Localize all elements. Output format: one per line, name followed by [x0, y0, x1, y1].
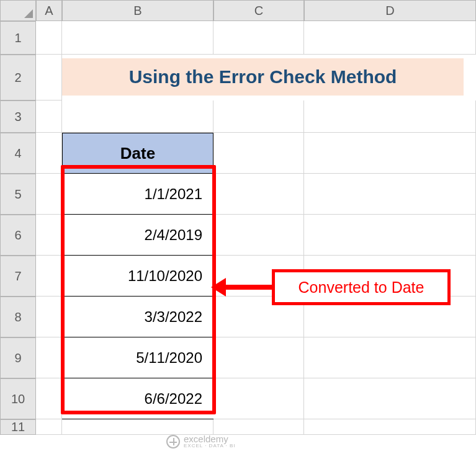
row-header-5[interactable]: 5 — [0, 174, 36, 215]
row-header-7[interactable]: 7 — [0, 256, 36, 297]
cell-a7[interactable] — [36, 256, 62, 297]
spreadsheet-grid: A B C D 1 2 3 4 5 6 7 8 9 10 11 Using th… — [0, 0, 476, 435]
cell-d4[interactable] — [304, 133, 476, 174]
cell-c1[interactable] — [213, 21, 304, 55]
row-header-2[interactable]: 2 — [0, 55, 36, 100]
cell-a1[interactable] — [36, 21, 62, 55]
cell-d1[interactable] — [304, 21, 476, 55]
watermark-brand: exceldemy — [184, 434, 236, 444]
col-header-d[interactable]: D — [304, 0, 476, 21]
cell-d6[interactable] — [304, 215, 476, 256]
cell-c9[interactable] — [213, 337, 304, 378]
cell-a11[interactable] — [36, 419, 62, 435]
watermark-logo-icon — [166, 435, 180, 448]
cell-c4[interactable] — [213, 133, 304, 174]
row-header-1[interactable]: 1 — [0, 21, 36, 55]
cell-b1[interactable] — [62, 21, 213, 55]
arrow-shaft — [218, 285, 272, 290]
cell-a3[interactable] — [36, 100, 62, 133]
cell-d3[interactable] — [304, 100, 476, 133]
callout-box: Converted to Date — [272, 269, 451, 305]
cell-c6[interactable] — [213, 215, 304, 256]
cell-a10[interactable] — [36, 378, 62, 419]
cell-c5[interactable] — [213, 174, 304, 215]
cell-b3[interactable] — [62, 100, 213, 133]
cell-a8[interactable] — [36, 297, 62, 337]
cell-d9[interactable] — [304, 337, 476, 378]
row-header-9[interactable]: 9 — [0, 337, 36, 378]
cell-c10[interactable] — [213, 378, 304, 419]
row-header-3[interactable]: 3 — [0, 100, 36, 133]
cell-b6[interactable]: 2/4/2019 — [62, 215, 213, 256]
cell-b2d2-merged[interactable]: Using the Error Check Method — [62, 55, 476, 100]
select-all-corner[interactable] — [0, 0, 36, 21]
cell-b5[interactable]: 1/1/2021 — [62, 174, 213, 215]
table-header-date[interactable]: Date — [62, 133, 213, 174]
cell-c3[interactable] — [213, 100, 304, 133]
page-title: Using the Error Check Method — [62, 58, 464, 96]
col-header-b[interactable]: B — [62, 0, 213, 21]
row-header-11[interactable]: 11 — [0, 419, 36, 435]
row-header-6[interactable]: 6 — [0, 215, 36, 256]
cell-b7[interactable]: 11/10/2020 — [62, 256, 213, 297]
watermark-tagline: EXCEL · DATA · BI — [184, 444, 236, 448]
cell-a5[interactable] — [36, 174, 62, 215]
cell-b9[interactable]: 5/11/2020 — [62, 337, 213, 378]
cell-d10[interactable] — [304, 378, 476, 419]
arrow-head-icon — [211, 278, 226, 297]
cell-b10[interactable]: 6/6/2022 — [62, 378, 213, 419]
col-header-a[interactable]: A — [36, 0, 62, 21]
row-header-8[interactable]: 8 — [0, 297, 36, 337]
row-header-10[interactable]: 10 — [0, 378, 36, 419]
row-header-4[interactable]: 4 — [0, 133, 36, 174]
col-header-c[interactable]: C — [213, 0, 304, 21]
cell-d11[interactable] — [304, 419, 476, 435]
cell-d5[interactable] — [304, 174, 476, 215]
cell-c11[interactable] — [213, 419, 304, 435]
cell-b8[interactable]: 3/3/2022 — [62, 297, 213, 337]
watermark: exceldemy EXCEL · DATA · BI — [166, 434, 236, 448]
cell-a6[interactable] — [36, 215, 62, 256]
cell-a9[interactable] — [36, 337, 62, 378]
cell-a4[interactable] — [36, 133, 62, 174]
cell-a2[interactable] — [36, 55, 62, 100]
cell-b11[interactable] — [62, 419, 213, 435]
